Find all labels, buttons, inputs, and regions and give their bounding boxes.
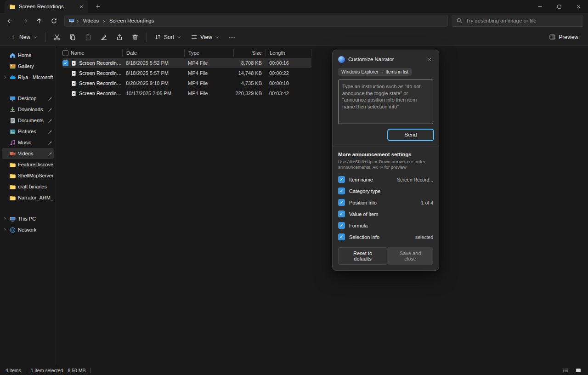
file-row[interactable]: Screen Recording 20...8/20/2025 9:10 PMM… xyxy=(62,78,311,88)
file-list-header: Name Date Type Size Length xyxy=(62,48,311,58)
sidebar-item-this-pc[interactable]: This PC xyxy=(2,213,54,224)
column-header-date[interactable]: Date xyxy=(122,49,184,57)
view-button[interactable]: View xyxy=(187,30,224,44)
row-checkbox[interactable]: ✓ xyxy=(62,60,68,66)
instruction-textarea[interactable] xyxy=(338,80,433,124)
sidebar-item-pictures[interactable]: Pictures xyxy=(2,126,54,137)
chevron-right-icon[interactable] xyxy=(3,227,7,232)
explorer-tab[interactable]: Screen Recordings × xyxy=(5,0,88,13)
details-view-button[interactable] xyxy=(561,367,570,374)
titlebar: Screen Recordings × xyxy=(0,0,588,13)
rename-button[interactable] xyxy=(96,30,111,44)
pin-icon xyxy=(48,151,53,156)
cut-button[interactable] xyxy=(50,30,64,44)
selection-size: 8.50 MB xyxy=(68,368,85,373)
checkbox-formula[interactable]: ✓ xyxy=(338,222,345,229)
file-name: Screen Recording 20... xyxy=(79,70,122,76)
sidebar-item-videos[interactable]: Videos xyxy=(2,148,54,159)
checkbox-value-of-item[interactable]: ✓ xyxy=(338,210,345,217)
sidebar-item-documents[interactable]: Documents xyxy=(2,115,54,126)
file-row[interactable]: Screen Recording 20...10/17/2025 2:05 PM… xyxy=(62,88,311,98)
gallery-icon xyxy=(9,63,16,70)
new-button[interactable]: New xyxy=(6,30,42,44)
file-size: 14,748 KB xyxy=(233,70,266,76)
sidebar-item-gallery[interactable]: Gallery xyxy=(2,61,54,72)
option-label: Selection info xyxy=(349,234,411,240)
breadcrumb-videos[interactable]: Videos xyxy=(80,17,101,24)
up-button[interactable] xyxy=(32,14,46,27)
chevron-spacer xyxy=(3,184,7,189)
chevron-down-icon xyxy=(177,35,181,40)
sidebar-item-music[interactable]: Music xyxy=(2,137,54,148)
checkbox-selection-info[interactable]: ✓ xyxy=(338,233,345,240)
sidebar-item-downloads[interactable]: Downloads xyxy=(2,104,54,115)
thumbnail-view-button[interactable] xyxy=(574,367,582,374)
column-header-type[interactable]: Type xyxy=(184,49,233,57)
sidebar-item-craft-binaries[interactable]: craft binaries xyxy=(2,181,54,192)
column-header-size[interactable]: Size xyxy=(233,49,266,57)
column-header-name[interactable]: Name xyxy=(62,50,122,56)
file-row[interactable]: ✓Screen Recording 20...8/18/2025 5:52 PM… xyxy=(62,58,311,68)
copy-button[interactable] xyxy=(65,30,80,44)
delete-button[interactable] xyxy=(128,30,142,44)
option-selection-info: ✓Selection infoselected xyxy=(333,231,439,243)
paste-button[interactable] xyxy=(81,30,96,44)
search-box[interactable] xyxy=(452,15,583,27)
maximize-button[interactable] xyxy=(549,0,569,13)
sidebar-item-narrator-arm-281[interactable]: Narrator_ARM_281 xyxy=(2,192,54,203)
tab-close-icon[interactable]: × xyxy=(77,2,85,11)
preview-button-label: Preview xyxy=(559,34,578,40)
customize-narrator-dialog: Customize Narrator Windows Explorer → It… xyxy=(332,50,439,271)
chevron-down-icon xyxy=(215,35,220,40)
save-close-button[interactable]: Save and close xyxy=(387,247,433,265)
reset-defaults-button[interactable]: Reset to defaults xyxy=(338,247,387,265)
more-options-button[interactable] xyxy=(225,30,239,44)
narrator-icon xyxy=(338,56,345,63)
refresh-button[interactable] xyxy=(47,14,61,27)
minimize-button[interactable] xyxy=(530,0,549,13)
preview-button[interactable]: Preview xyxy=(545,30,582,44)
chevron-right-icon[interactable] xyxy=(3,216,7,221)
search-input[interactable] xyxy=(466,18,579,23)
music-icon xyxy=(9,139,16,146)
address-bar[interactable]: › Videos › Screen Recordings xyxy=(64,15,448,27)
this-pc-icon[interactable] xyxy=(68,17,75,24)
file-list-area: Name Date Type Size Length ✓Screen Recor… xyxy=(56,46,588,365)
view-button-label: View xyxy=(200,34,212,40)
sidebar-item-network[interactable]: Network xyxy=(2,224,54,235)
share-button[interactable] xyxy=(112,30,127,44)
new-tab-button[interactable] xyxy=(92,1,104,11)
sidebar-item-label: Narrator_ARM_281 xyxy=(18,195,53,200)
sort-button[interactable]: Sort xyxy=(150,30,186,44)
chevron-right-icon: › xyxy=(76,17,79,24)
dialog-close-icon[interactable] xyxy=(424,54,435,64)
checkbox-item-name[interactable]: ✓ xyxy=(338,176,345,183)
chevron-right-icon[interactable] xyxy=(3,75,7,80)
select-all-checkbox[interactable] xyxy=(62,50,68,56)
chevron-spacer xyxy=(3,64,7,68)
sidebar-item-desktop[interactable]: Desktop xyxy=(2,93,54,104)
sidebar-item-shellmcpservers[interactable]: ShellMcpServers xyxy=(2,170,54,181)
announcement-options: ✓Item nameScreen Record...✓Category type… xyxy=(333,174,439,243)
file-name: Screen Recording 20... xyxy=(79,60,122,66)
command-bar: New Sort View Preview xyxy=(0,28,588,46)
file-length: 00:00:10 xyxy=(266,80,311,86)
preview-pane-icon xyxy=(549,34,556,40)
this-pc-icon xyxy=(9,216,16,222)
file-size: 4,735 KB xyxy=(233,80,266,86)
breadcrumb-screen-recordings[interactable]: Screen Recordings xyxy=(107,17,157,24)
forward-button[interactable] xyxy=(17,14,31,27)
sidebar-item-home[interactable]: Home xyxy=(2,50,54,61)
checkbox-category-type[interactable]: ✓ xyxy=(338,188,345,194)
file-row[interactable]: Screen Recording 20...8/18/2025 5:57 PMM… xyxy=(62,68,311,78)
checkbox-position-info[interactable]: ✓ xyxy=(338,199,345,206)
sidebar-item-label: FeatureDiscoverabil xyxy=(18,162,53,167)
option-label: Item name xyxy=(349,177,393,182)
sidebar-item-riya-microsoft[interactable]: Riya - Microsoft xyxy=(2,72,54,83)
send-button[interactable]: Send xyxy=(387,129,434,141)
sidebar-item-featurediscoverabil[interactable]: FeatureDiscoverabil xyxy=(2,159,54,170)
back-button[interactable] xyxy=(3,14,17,27)
close-button[interactable] xyxy=(569,0,588,13)
column-header-length[interactable]: Length xyxy=(266,49,311,57)
folder-icon xyxy=(9,3,16,10)
